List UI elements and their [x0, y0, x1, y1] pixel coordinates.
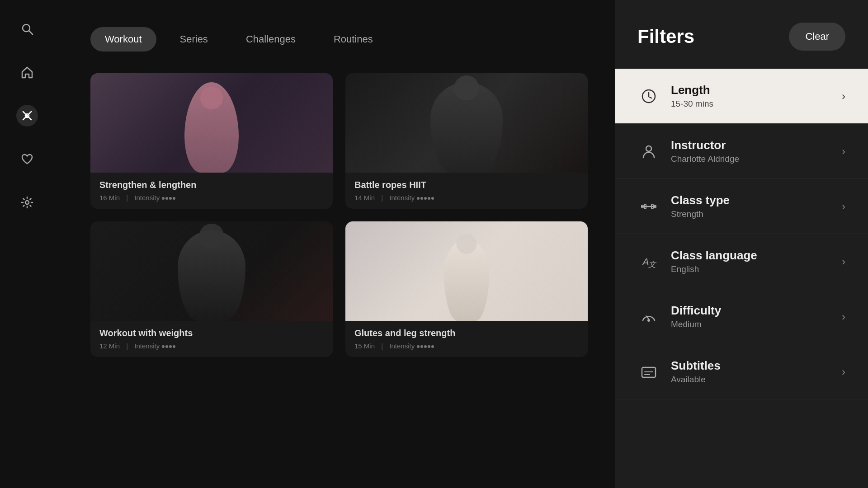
filter-item-class-language[interactable]: A 文 Class language English › [615, 234, 868, 289]
svg-point-7 [646, 146, 651, 151]
card-info: Workout with weights 12 Min | Intensity [90, 321, 333, 357]
filter-title: Filters [637, 26, 694, 47]
tab-bar: Workout Series Challenges Routines [90, 27, 588, 52]
filter-header: Filters Clear [615, 23, 868, 69]
filter-difficulty-subtitle: Medium [671, 319, 842, 329]
card-battle-ropes[interactable]: Battle ropes HIIT 14 Min | Intensity [345, 73, 588, 209]
card-title: Workout with weights [99, 328, 324, 338]
card-title: Battle ropes HIIT [354, 180, 579, 190]
clock-icon [637, 85, 660, 108]
tab-challenges[interactable]: Challenges [231, 27, 310, 52]
svg-point-5 [25, 201, 29, 204]
filter-item-class-type[interactable]: Class type Strength › [615, 179, 868, 234]
filter-language-title: Class language [671, 249, 842, 263]
home-icon[interactable] [16, 61, 38, 83]
clear-button[interactable]: Clear [789, 23, 845, 51]
strength-icon [637, 195, 660, 218]
chevron-right-icon: › [842, 200, 845, 213]
card-info: Battle ropes HIIT 14 Min | Intensity [345, 173, 588, 209]
filter-instructor-subtitle: Charlotte Aldridge [671, 154, 842, 164]
card-meta: 16 Min | Intensity [99, 194, 324, 202]
cards-grid: Strengthen & lengthen 16 Min | Intensity… [90, 73, 588, 357]
card-meta: 14 Min | Intensity [354, 194, 579, 202]
svg-line-1 [29, 31, 33, 34]
filter-item-difficulty[interactable]: Difficulty Medium › [615, 289, 868, 344]
card-strengthen[interactable]: Strengthen & lengthen 16 Min | Intensity [90, 73, 333, 209]
card-meta: 12 Min | Intensity [99, 342, 324, 350]
card-title: Strengthen & lengthen [99, 180, 324, 190]
subtitles-icon [637, 361, 660, 383]
tab-series[interactable]: Series [165, 27, 222, 52]
tools-icon[interactable] [16, 105, 38, 127]
filter-panel: Filters Clear Length 15-30 mins › Instru… [615, 0, 868, 488]
filter-item-length[interactable]: Length 15-30 mins › [615, 69, 868, 124]
tab-routines[interactable]: Routines [319, 27, 387, 52]
filter-item-subtitles[interactable]: Subtitles Available › [615, 344, 868, 399]
card-workout-weights[interactable]: Workout with weights 12 Min | Intensity [90, 221, 333, 357]
card-title: Glutes and leg strength [354, 328, 579, 338]
gauge-icon [637, 305, 660, 328]
filter-instructor-title: Instructor [671, 138, 842, 152]
main-content: Workout Series Challenges Routines Stren… [54, 0, 615, 488]
chevron-right-icon: › [842, 90, 845, 103]
filter-difficulty-title: Difficulty [671, 304, 842, 318]
filter-class-type-title: Class type [671, 193, 842, 207]
filter-class-type-subtitle: Strength [671, 209, 842, 219]
card-glutes[interactable]: Glutes and leg strength 15 Min | Intensi… [345, 221, 588, 357]
heart-icon[interactable] [16, 148, 38, 170]
chevron-right-icon: › [842, 145, 845, 158]
tab-workout[interactable]: Workout [90, 27, 156, 52]
search-icon[interactable] [16, 18, 38, 40]
filter-item-instructor[interactable]: Instructor Charlotte Aldridge › [615, 124, 868, 179]
card-info: Glutes and leg strength 15 Min | Intensi… [345, 321, 588, 357]
card-info: Strengthen & lengthen 16 Min | Intensity [90, 173, 333, 209]
sidebar [0, 0, 54, 488]
filter-subtitles-title: Subtitles [671, 359, 842, 373]
svg-text:文: 文 [648, 260, 657, 269]
chevron-right-icon: › [842, 310, 845, 323]
filter-subtitles-subtitle: Available [671, 375, 842, 385]
chevron-right-icon: › [842, 255, 845, 268]
card-meta: 15 Min | Intensity [354, 342, 579, 350]
filter-language-subtitle: English [671, 264, 842, 274]
filter-length-subtitle: 15-30 mins [671, 99, 842, 109]
chevron-right-icon: › [842, 366, 845, 378]
settings-icon[interactable] [16, 192, 38, 213]
person-icon [637, 140, 660, 163]
filter-length-title: Length [671, 83, 842, 97]
language-icon: A 文 [637, 250, 660, 273]
